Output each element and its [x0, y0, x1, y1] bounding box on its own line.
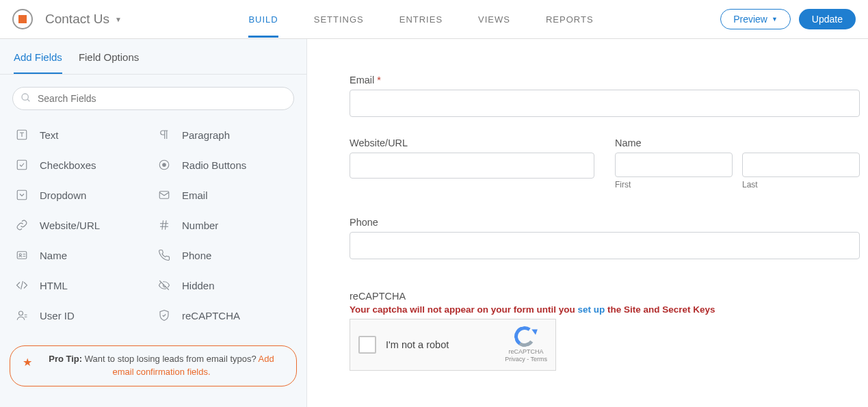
- tab-build[interactable]: BUILD: [248, 1, 278, 38]
- svg-line-1: [27, 99, 29, 101]
- field-label: Hidden: [182, 280, 215, 291]
- field-type-phone[interactable]: Phone: [155, 241, 294, 269]
- required-mark: *: [377, 75, 381, 86]
- chevron-down-icon: ▼: [772, 16, 778, 23]
- protip-label: Pro Tip:: [49, 354, 82, 364]
- field-label: Radio Buttons: [182, 159, 246, 171]
- recaptcha-checkbox[interactable]: [358, 336, 376, 354]
- email-input[interactable]: [350, 90, 860, 117]
- tab-settings[interactable]: SETTINGS: [314, 1, 364, 38]
- svg-point-13: [19, 254, 21, 256]
- field-label: Text: [40, 129, 59, 141]
- svg-rect-7: [159, 192, 169, 199]
- preview-button[interactable]: Preview ▼: [720, 9, 791, 29]
- dropdown-icon: [15, 188, 29, 202]
- form-title: Contact Us: [45, 12, 109, 27]
- svg-rect-6: [17, 190, 27, 200]
- tab-views[interactable]: VIEWS: [478, 1, 510, 38]
- protip-banner: ★ Pro Tip: Want to stop losing leads fro…: [10, 345, 297, 386]
- recaptcha-logo-icon: [514, 326, 538, 347]
- setup-link[interactable]: set up: [578, 304, 605, 315]
- name-label: Name: [615, 137, 860, 148]
- sidebar-tab-field-options[interactable]: Field Options: [79, 51, 139, 74]
- recaptcha-text: I'm not a robot: [386, 339, 495, 350]
- main-nav: BUILD SETTINGS ENTRIES VIEWS REPORTS: [122, 1, 720, 38]
- field-type-dropdown[interactable]: Dropdown: [12, 181, 152, 209]
- form-title-dropdown[interactable]: Contact Us ▼: [45, 12, 122, 27]
- field-type-paragraph[interactable]: Paragraph: [155, 121, 294, 148]
- svg-point-5: [163, 163, 166, 167]
- field-type-website[interactable]: Website/URL: [12, 211, 152, 239]
- form-field-name[interactable]: Name First Last: [615, 137, 860, 189]
- svg-point-0: [22, 94, 28, 100]
- first-name-input[interactable]: [615, 153, 733, 177]
- text-icon: [15, 128, 29, 142]
- field-label: HTML: [40, 280, 68, 291]
- form-field-email[interactable]: Email *: [350, 75, 860, 117]
- field-type-name[interactable]: Name: [12, 241, 152, 269]
- field-type-email[interactable]: Email: [155, 181, 294, 209]
- recaptcha-widget[interactable]: I'm not a robot reCAPTCHA Privacy - Term…: [350, 319, 556, 371]
- preview-label: Preview: [733, 14, 767, 25]
- field-type-number[interactable]: Number: [155, 211, 294, 239]
- star-icon: ★: [23, 354, 32, 370]
- field-type-text[interactable]: Text: [12, 121, 152, 148]
- hash-icon: [157, 218, 171, 232]
- field-label: Name: [40, 250, 67, 261]
- phone-input[interactable]: [350, 232, 860, 259]
- field-label: Paragraph: [182, 129, 230, 141]
- form-canvas: Email * Website/URL Name First Last: [307, 39, 868, 407]
- website-label: Website/URL: [350, 137, 594, 148]
- eye-off-icon: [157, 278, 171, 292]
- tab-entries[interactable]: ENTRIES: [399, 1, 443, 38]
- recaptcha-warning: Your captcha will not appear on your for…: [350, 304, 860, 315]
- form-field-website[interactable]: Website/URL: [350, 137, 594, 189]
- phone-icon: [157, 248, 171, 262]
- last-name-input[interactable]: [742, 153, 860, 177]
- name-card-icon: [15, 248, 29, 262]
- sidebar: Add Fields Field Options Text Paragraph …: [0, 39, 307, 407]
- svg-point-14: [19, 311, 23, 315]
- field-type-userid[interactable]: User ID: [12, 302, 152, 329]
- link-icon: [15, 218, 29, 232]
- svg-rect-3: [17, 160, 27, 170]
- svg-rect-12: [17, 252, 27, 259]
- field-type-hidden[interactable]: Hidden: [155, 272, 294, 299]
- search-input[interactable]: [12, 87, 294, 110]
- svg-line-10: [162, 220, 163, 230]
- field-type-recaptcha[interactable]: reCAPTCHA: [155, 302, 294, 329]
- app-logo-icon: [12, 9, 33, 29]
- recaptcha-brand: reCAPTCHA: [505, 348, 547, 356]
- form-field-recaptcha[interactable]: reCAPTCHA Your captcha will not appear o…: [350, 291, 860, 371]
- first-sublabel: First: [615, 180, 733, 189]
- tab-reports[interactable]: REPORTS: [546, 1, 594, 38]
- field-type-radio[interactable]: Radio Buttons: [155, 151, 294, 179]
- field-type-html[interactable]: HTML: [12, 272, 152, 299]
- recaptcha-terms[interactable]: Privacy - Terms: [505, 356, 547, 363]
- code-icon: [15, 278, 29, 292]
- checkbox-icon: [15, 158, 29, 172]
- radio-icon: [157, 158, 171, 172]
- protip-text: Want to stop losing leads from email typ…: [82, 354, 258, 364]
- email-label: Email: [350, 75, 377, 86]
- field-label: Phone: [182, 250, 211, 261]
- shield-icon: [157, 308, 171, 322]
- field-label: Email: [182, 189, 208, 201]
- chevron-down-icon: ▼: [115, 16, 122, 23]
- sidebar-tab-add-fields[interactable]: Add Fields: [14, 51, 62, 74]
- user-icon: [15, 308, 29, 322]
- app-header: Contact Us ▼ BUILD SETTINGS ENTRIES VIEW…: [0, 0, 868, 39]
- email-icon: [157, 188, 171, 202]
- field-type-checkboxes[interactable]: Checkboxes: [12, 151, 152, 179]
- phone-label: Phone: [350, 217, 860, 228]
- form-field-phone[interactable]: Phone: [350, 217, 860, 259]
- field-label: Number: [182, 220, 218, 231]
- update-button[interactable]: Update: [799, 9, 856, 29]
- field-label: Website/URL: [40, 220, 100, 231]
- field-label: Dropdown: [40, 189, 86, 201]
- paragraph-icon: [157, 128, 171, 142]
- website-input[interactable]: [350, 153, 594, 179]
- last-sublabel: Last: [742, 180, 860, 189]
- field-label: Checkboxes: [40, 159, 96, 171]
- field-label: reCAPTCHA: [182, 310, 240, 321]
